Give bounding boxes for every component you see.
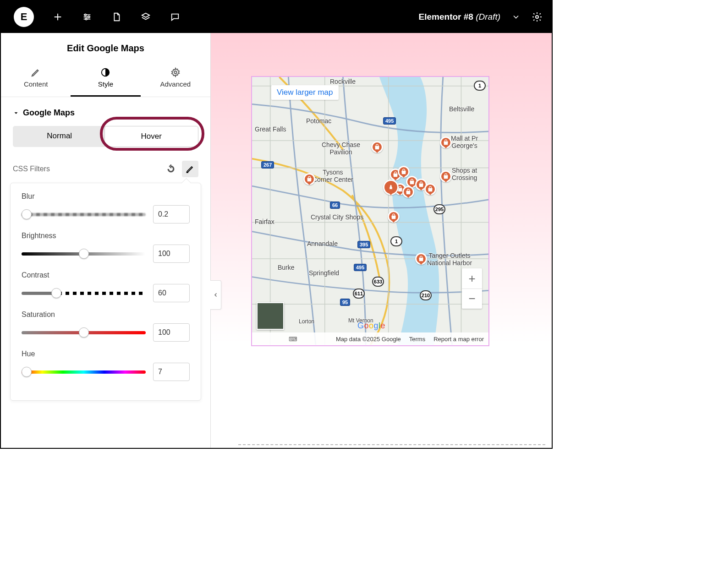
map-place-label: Fairfax — [255, 218, 274, 225]
gear-icon[interactable] — [532, 11, 543, 22]
map-place-label: Great Falls — [255, 125, 286, 133]
filter-hue-slider[interactable] — [22, 367, 146, 376]
top-toolbar: E Elementor #8 (Draft) — [1, 1, 552, 33]
interstate-shield: 395 — [357, 241, 370, 248]
map-attribution: Map data ©2025 Google — [336, 336, 401, 343]
state-hover-button[interactable]: Hover — [104, 126, 199, 147]
route-shield: 210 — [420, 290, 432, 300]
filter-hue-label: Hue — [22, 350, 190, 358]
map-place-label: Chevy ChasePavilion — [322, 141, 360, 156]
zoom-in-button[interactable]: + — [462, 268, 482, 289]
section-header-google-maps[interactable]: Google Maps — [1, 97, 210, 126]
tab-advanced[interactable]: Advanced — [141, 63, 210, 97]
map-footer: ⌨ Map data ©2025 Google Terms Report a m… — [252, 332, 488, 345]
map-place-label: Shops atCrossing — [452, 167, 477, 181]
route-shield: 633 — [372, 277, 384, 287]
half-circle-icon — [100, 67, 110, 77]
map-report-link[interactable]: Report a map error — [433, 336, 484, 343]
map-place-label: Mall at PrGeorge's — [451, 135, 478, 149]
reset-icon[interactable] — [163, 161, 179, 177]
interstate-shield: 495 — [354, 264, 367, 271]
zoom-out-button[interactable]: − — [462, 289, 482, 309]
panel-tabs: Content Style Advanced — [1, 63, 210, 97]
map-place-label: Beltsville — [449, 105, 474, 113]
map-marker-icon[interactable] — [440, 136, 452, 148]
svg-point-0 — [85, 14, 87, 16]
edit-filters-icon[interactable] — [182, 161, 198, 177]
document-title[interactable]: Elementor #8 (Draft) — [419, 12, 500, 22]
filter-contrast-input[interactable] — [153, 284, 190, 302]
layers-icon[interactable] — [140, 11, 151, 22]
filter-brightness-input[interactable] — [153, 245, 190, 263]
svg-point-2 — [85, 18, 87, 20]
pencil-icon — [31, 67, 41, 77]
add-icon[interactable] — [52, 11, 63, 22]
map-marker-icon[interactable] — [371, 141, 383, 153]
caret-down-icon — [13, 110, 19, 116]
map-marker-icon[interactable] — [402, 186, 414, 198]
map-marker-icon[interactable] — [440, 170, 452, 182]
map-place-label: Annandale — [307, 240, 338, 247]
filter-saturation-slider[interactable] — [22, 328, 146, 337]
document-icon[interactable] — [111, 11, 122, 22]
map-place-label: TysonsCorner Center — [313, 169, 353, 183]
map-zoom-control: + − — [462, 268, 482, 309]
settings-sliders-icon[interactable] — [82, 11, 93, 22]
map-place-label: Tanger OutletsNational Harbor — [427, 252, 472, 267]
editor-side-panel: Edit Google Maps Content Style Advanced … — [1, 33, 211, 448]
map-marker-icon[interactable] — [398, 166, 410, 178]
tab-style[interactable]: Style — [71, 63, 140, 97]
filters-panel: Blur Brightness Contrast Saturation — [10, 183, 201, 401]
filter-brightness-label: Brightness — [22, 232, 190, 240]
keyboard-icon[interactable]: ⌨ — [289, 336, 297, 343]
gear-icon — [170, 67, 181, 77]
google-logo: Google — [357, 321, 385, 331]
filter-saturation-label: Saturation — [22, 310, 190, 319]
map-marker-icon[interactable] — [424, 183, 436, 195]
interstate-shield: 495 — [383, 117, 396, 125]
map-place-label: Crystal City Shops — [311, 213, 363, 221]
css-filters-label: CSS Filters — [13, 165, 50, 173]
filter-brightness-slider[interactable] — [22, 249, 146, 258]
add-section-placeholder[interactable] — [238, 444, 545, 445]
map-marker-icon[interactable] — [303, 173, 315, 185]
view-larger-map-link[interactable]: View larger map — [271, 85, 339, 100]
map-place-label: Lorton — [299, 319, 314, 325]
panel-title: Edit Google Maps — [1, 33, 210, 63]
filter-blur-input[interactable] — [153, 205, 190, 223]
css-filters-row: CSS Filters — [1, 156, 210, 180]
svg-rect-6 — [252, 77, 488, 345]
interstate-shield: 95 — [340, 299, 350, 306]
comment-icon[interactable] — [170, 11, 181, 22]
svg-point-1 — [88, 16, 90, 18]
route-shield: 1 — [390, 236, 402, 246]
filter-saturation-input[interactable] — [153, 323, 190, 342]
tab-content[interactable]: Content — [1, 63, 71, 97]
chevron-down-icon[interactable] — [510, 11, 521, 22]
interstate-shield: 66 — [330, 201, 340, 209]
filter-contrast-label: Contrast — [22, 271, 190, 279]
route-shield: 611 — [353, 289, 365, 299]
map-place-label: Burke — [278, 264, 295, 271]
elementor-logo-icon[interactable]: E — [14, 7, 34, 27]
state-toggle: Normal Hover — [13, 126, 198, 147]
map-place-label: Springfield — [309, 269, 339, 277]
interstate-shield: 267 — [261, 161, 274, 169]
panel-collapse-handle[interactable] — [210, 280, 221, 310]
filter-blur-label: Blur — [22, 192, 190, 201]
canvas-area: View larger map RockvillePotomacGreat Fa… — [211, 33, 552, 448]
map-marker-central-icon[interactable] — [383, 180, 399, 195]
filter-contrast-slider[interactable] — [22, 289, 146, 298]
filter-blur-slider[interactable] — [22, 210, 146, 219]
route-shield: 1 — [474, 81, 486, 91]
map-marker-icon[interactable] — [415, 253, 427, 265]
map-marker-icon[interactable] — [388, 211, 400, 223]
state-normal-button[interactable]: Normal — [13, 126, 106, 147]
satellite-thumbnail[interactable] — [257, 302, 284, 330]
google-maps-widget[interactable]: View larger map RockvillePotomacGreat Fa… — [251, 76, 489, 346]
filter-hue-input[interactable] — [153, 363, 190, 381]
map-background — [252, 77, 488, 345]
map-place-label: Rockville — [330, 78, 356, 85]
map-terms-link[interactable]: Terms — [409, 336, 425, 343]
chevron-left-icon — [213, 292, 219, 298]
